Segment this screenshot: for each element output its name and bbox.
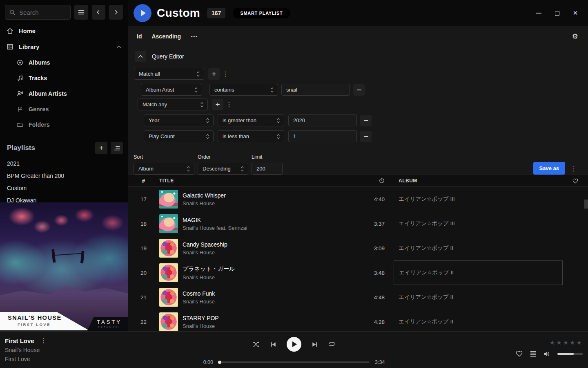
chevron-up-icon[interactable] (116, 45, 121, 49)
nav-forward-button[interactable] (109, 5, 123, 20)
sidebar-search-row: Search (0, 0, 128, 23)
repeat-button[interactable] (328, 341, 336, 348)
track-artist: Snail's House (183, 323, 356, 329)
more-options-button[interactable]: ⋯ (191, 33, 198, 40)
column-header-number[interactable]: # (128, 178, 159, 184)
table-row[interactable]: 20 プラネット・ガール Snail's House 3:48 エイリアン☆ポッ… (128, 260, 588, 285)
playlist-item[interactable]: Custom (0, 182, 128, 194)
track-title: MAGIK (183, 217, 356, 223)
shuffle-button[interactable] (252, 341, 260, 348)
rule-value-input[interactable] (281, 84, 350, 96)
table-row[interactable]: 22 STARRY POP Snail's House 4:28 エイリアン☆ポ… (128, 310, 588, 331)
track-thumbnail (159, 263, 178, 282)
column-header-title[interactable]: TITLE (159, 178, 356, 184)
seek-handle[interactable] (218, 361, 221, 364)
playlist-item[interactable]: BPM Greater than 200 (0, 170, 128, 182)
window-maximize-button[interactable] (554, 10, 560, 16)
scrollbar-thumb[interactable] (584, 200, 588, 209)
play-pause-button[interactable] (287, 337, 301, 352)
column-header-album[interactable]: ALBUM (394, 175, 563, 186)
track-thumbnail (159, 288, 178, 307)
track-duration: 4:48 (356, 294, 385, 301)
add-playlist-button[interactable]: + (95, 142, 107, 154)
rule-field-select[interactable]: Year (144, 114, 214, 126)
next-button[interactable] (312, 341, 318, 348)
rule-value-input[interactable] (288, 130, 357, 142)
track-album-focused-cell[interactable]: エイリアン☆ポップ II (394, 260, 563, 285)
playlist-list-button[interactable] (111, 142, 123, 154)
page-title: Custom (157, 7, 200, 20)
rule-operator-select[interactable]: contains (209, 84, 278, 96)
group-options-button[interactable]: ⋮ (223, 99, 235, 110)
sidebar: Search Home Library (0, 0, 128, 331)
volume-slider[interactable] (557, 353, 583, 355)
order-select[interactable]: Descending (198, 163, 248, 175)
table-row[interactable]: 17 Galactic Whisper Snail's House 4:40 エ… (128, 187, 588, 211)
track-duration: 3:37 (356, 221, 385, 227)
volume-icon[interactable] (543, 351, 550, 357)
star-icon[interactable]: ★ (577, 339, 582, 346)
save-options-button[interactable]: ⋮ (568, 163, 579, 175)
star-icon[interactable]: ★ (550, 339, 555, 346)
nav-back-button[interactable] (92, 5, 106, 20)
play-playlist-button[interactable] (134, 4, 151, 22)
rule-value-input[interactable] (288, 114, 357, 126)
track-title: Cosmo Funk (183, 290, 356, 297)
minus-icon (357, 90, 361, 90)
remove-rule-button[interactable] (353, 84, 365, 96)
sort-direction-button[interactable]: Ascending (151, 33, 181, 40)
now-playing-options-button[interactable]: ⋮ (40, 337, 47, 344)
previous-button[interactable] (270, 341, 276, 348)
playlist-item[interactable]: 2021 (0, 157, 128, 170)
table-row[interactable]: 18 MAGIK Snail's House feat. Sennzai 3:3… (128, 211, 588, 236)
rule-field-select[interactable]: Play Count (144, 130, 214, 142)
favorite-button[interactable] (516, 350, 523, 357)
table-row[interactable]: 21 Cosmo Funk Snail's House 4:48 エイリアン☆ポ… (128, 285, 588, 310)
rule-operator-select[interactable]: is greater than (218, 114, 284, 126)
match-type-select[interactable]: Match all (134, 68, 204, 80)
add-rule-button[interactable]: + (212, 99, 223, 110)
limit-input[interactable] (252, 163, 283, 175)
track-album: エイリアン☆ポップ II (394, 310, 563, 331)
sidebar-item-library[interactable]: Library (0, 39, 128, 55)
library-icon (7, 43, 13, 50)
column-header-favorite[interactable] (563, 178, 588, 184)
save-as-button[interactable]: Save as (533, 162, 565, 175)
star-icon[interactable]: ★ (570, 339, 575, 346)
remove-rule-button[interactable] (360, 131, 372, 142)
select-caret-icon (276, 134, 280, 139)
add-rule-button[interactable]: + (208, 68, 220, 80)
seek-bar[interactable] (218, 361, 370, 363)
search-input[interactable]: Search (5, 5, 71, 20)
gear-icon[interactable]: ⚙ (572, 32, 578, 41)
list-icon (114, 146, 120, 151)
hamburger-icon (78, 9, 85, 15)
rule-operator-select[interactable]: is less than (218, 130, 284, 142)
minimize-icon (536, 13, 541, 13)
group-options-button[interactable]: ⋮ (220, 68, 231, 80)
star-icon[interactable]: ★ (563, 339, 568, 346)
sidebar-item-label: Album Artists (29, 90, 67, 97)
sidebar-item-tracks[interactable]: Tracks (0, 70, 128, 86)
sidebar-item-folders[interactable]: Folders (0, 117, 128, 132)
sort-select[interactable]: Album (134, 163, 194, 175)
table-row[interactable]: 19 Candy Spaceship Snail's House 3:09 エイ… (128, 236, 588, 260)
window-close-button[interactable]: ✕ (572, 10, 579, 16)
sidebar-item-albums[interactable]: Albums (0, 55, 128, 70)
artwork-label-subtext: BETAMAXI (87, 326, 128, 328)
match-type-select[interactable]: Match any (138, 99, 208, 110)
queue-icon[interactable] (530, 351, 537, 357)
column-header-duration[interactable] (356, 178, 385, 184)
sidebar-item-album-artists[interactable]: Album Artists (0, 86, 128, 101)
star-icon[interactable]: ★ (556, 339, 561, 346)
track-album: エイリアン☆ポップ II (394, 285, 563, 310)
play-icon (292, 341, 297, 347)
sidebar-item-genres[interactable]: Genres (0, 101, 128, 117)
query-editor-collapse-button[interactable] (135, 51, 146, 62)
sort-field-button[interactable]: Id (137, 33, 142, 40)
window-minimize-button[interactable] (535, 10, 542, 16)
menu-button[interactable] (74, 5, 88, 20)
sidebar-item-home[interactable]: Home (0, 23, 128, 39)
remove-rule-button[interactable] (360, 115, 372, 126)
rule-field-select[interactable]: Album Artist (141, 84, 202, 96)
